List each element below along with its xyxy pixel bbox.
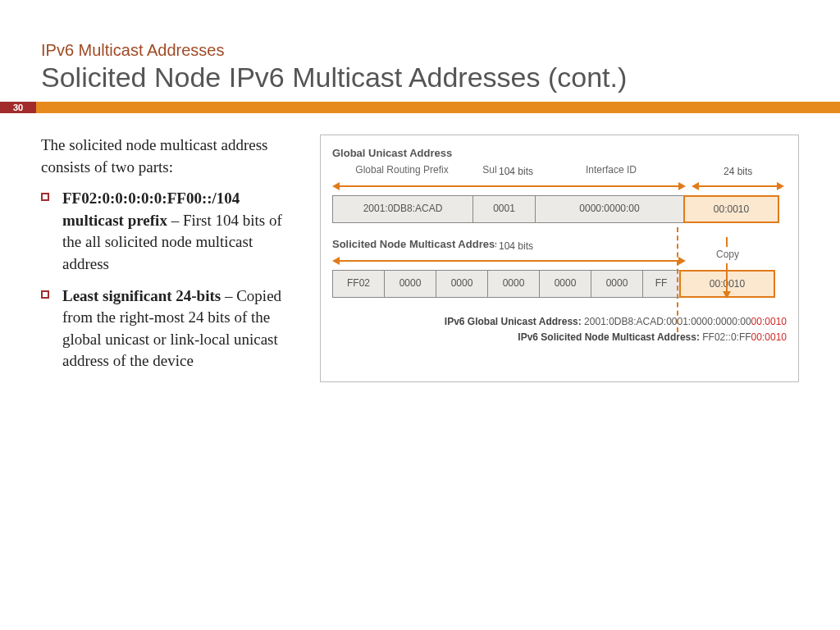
copy-arrow-stem-1 — [726, 237, 728, 247]
solicited-row: FF02 0000 0000 0000 0000 0000 FF — [332, 270, 679, 298]
accent-bar-fill — [36, 102, 840, 113]
section-title-global: Global Unicast Address — [332, 147, 787, 159]
cell-subnet: 0001 — [473, 196, 536, 222]
cell-s1: FF02 — [333, 271, 385, 297]
label-prefix: Global Routing Prefix — [332, 164, 472, 176]
footer-red-1: 00:0010 — [751, 316, 787, 327]
bits-arrow-row-1: 104 bits 24 bits — [332, 177, 787, 195]
footer-line-1: IPv6 Global Unicast Address: 2001:0DB8:A… — [332, 314, 787, 330]
bullet-bold: Least significant 24-bits — [62, 287, 221, 304]
label-24bits: 24 bits — [721, 166, 755, 177]
footer-val-1: 2001:0DB8:ACAD:0001:0000:0000:00 — [584, 316, 751, 327]
cell-last24: 00:0010 — [685, 197, 778, 221]
diagram-panel: Global Unicast Address Global Routing Pr… — [320, 135, 799, 382]
global-row: 2001:0DB8:ACAD 0001 0000:0000:00 — [332, 195, 683, 223]
label-104bits: 104 bits — [496, 166, 536, 177]
cell-s6: 0000 — [591, 271, 643, 297]
cell-s4: 0000 — [488, 271, 540, 297]
cell-s3: 0000 — [436, 271, 488, 297]
footer-label-2: IPv6 Solicited Node Multicast Address: — [518, 331, 702, 343]
footer-val-2: FF02::0:FF — [702, 331, 751, 343]
cell-prefix: 2001:0DB8:ACAD — [333, 196, 473, 222]
column-labels: Global Routing Prefix Subnet ID Interfac… — [332, 164, 787, 176]
bullet-item: Least significant 24-bits – Copied from … — [41, 285, 295, 372]
cell-s5: 0000 — [540, 271, 591, 297]
slide-pretitle: IPv6 Multicast Addresses — [41, 41, 799, 60]
footer-line-2: IPv6 Solicited Node Multicast Address: F… — [332, 330, 787, 345]
slide-number-badge: 30 — [0, 102, 36, 113]
body-text: The solicited node multicast address con… — [41, 135, 295, 382]
intro-text: The solicited node multicast address con… — [41, 135, 295, 178]
bits-arrow-row-2: 104 bits — [332, 252, 787, 270]
footer-label-1: IPv6 Global Unicast Address: — [445, 316, 584, 327]
label-104bits-2: 104 bits — [496, 240, 536, 252]
accent-bar: 30 — [0, 102, 840, 113]
cell-iface: 0000:0000:00 — [536, 196, 683, 222]
copy-arrow-head — [723, 291, 731, 299]
label-iface: Interface ID — [537, 164, 685, 176]
dashed-divider — [677, 227, 678, 332]
cell-s2: 0000 — [385, 271, 436, 297]
bullet-item: FF02:0:0:0:0:0:FF00::/104 multicast pref… — [41, 188, 295, 275]
footer-red-2: 00:0010 — [751, 331, 787, 343]
cell-s7: FF — [643, 271, 679, 297]
global-row-last: 00:0010 — [683, 195, 779, 223]
slide-title: Solicited Node IPv6 Multicast Addresses … — [41, 62, 799, 94]
footer-addresses: IPv6 Global Unicast Address: 2001:0DB8:A… — [332, 314, 787, 345]
